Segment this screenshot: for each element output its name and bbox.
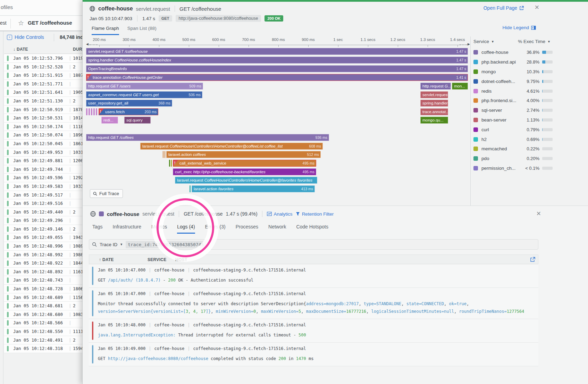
flame-span-sliver[interactable] [165,151,165,158]
flame-span[interactable]: http.request GET /users509 ms [86,83,203,90]
trace-list-row[interactable]: Jan 05 10:12:48.743| [4,276,82,285]
flame-span-sliver[interactable] [163,151,163,158]
trace-list-row[interactable]: Jan 05 10:12:49.146|2 [4,225,82,234]
tab-flame-graph[interactable]: Flame Graph [92,26,119,35]
trace-list-row[interactable]: Jan 05 10:12:49.296| [4,216,82,225]
trace-list-row[interactable]: Jan 05 10:12:50.919|1878 [4,106,82,114]
trace-list-row[interactable]: Jan 05 10:12:48.318|1594 [4,344,82,353]
tab-metrics[interactable]: Metrics [151,224,167,234]
flame-span[interactable]: mongo.qu... [420,117,448,124]
log-row[interactable]: Jan 05 10:10:47.000|coffee-house|coffeeh… [89,264,538,288]
trace-list-row[interactable]: Jan 05 10:12:48.550|1111 [4,327,82,336]
trace-list-row[interactable]: Jan 05 10:12:49.517| [4,191,82,200]
log-row[interactable]: Jan 05 10:10:47.000|coffee-house|coffeeh… [89,288,538,319]
legend-item[interactable]: sql-server2.74% [473,106,553,115]
trace-list-row[interactable]: Jan 05 10:12:49.953|1031 [4,148,82,157]
tab-tags[interactable]: Tags [92,224,103,234]
trace-list-row[interactable]: Jan 05 10:12:49.440|2 [4,208,82,217]
trace-list-row[interactable]: Jan 05 10:12:48.728|1806 [4,285,82,293]
legend-item[interactable]: pdo0.20% [473,154,553,164]
flame-span-sliver[interactable] [190,185,191,192]
flame-span[interactable]: user_repository.get_all368 ms [86,100,172,107]
legend-item[interactable]: memcached0.22% [473,144,553,154]
log-service-header[interactable]: SERVICE [148,257,167,262]
close-icon[interactable]: ✕ [535,4,539,11]
flame-span-sliver[interactable] [169,160,170,167]
open-in-logs-icon[interactable] [530,257,535,262]
tab-code-hotspots[interactable]: Code Hotspots [296,224,328,234]
flame-span[interactable]: mon... [452,83,468,90]
duration-column-header[interactable]: DURATION [73,47,82,52]
legend-item[interactable]: bean-server1.13% [473,115,553,125]
legend-item[interactable]: curl0.79% [473,125,553,134]
trace-list-row[interactable]: Jan 05 10:12:48.689|1156 [4,293,82,302]
flame-span[interactable]: spring.handler CoffeeHouse.coffeeHouseIn… [86,57,468,64]
trace-list-row[interactable]: Jan 05 10:12:51.915|1887 [4,71,82,80]
flame-span[interactable]: http.request GET /coffees936 ms [86,134,329,141]
legend-item[interactable]: permission_ch...< 0.1% [473,164,553,173]
log-host-header[interactable]: HOST [175,257,187,262]
collapse-controls-icon[interactable]: ‹ [7,35,12,40]
tab-errors-3[interactable]: Errors (3) [205,224,226,234]
trace-list-row[interactable]: Jan 05 10:12:49.055|1943 [4,233,82,242]
partial-tab-label[interactable]: est [0,20,7,26]
flame-span-sliver[interactable] [96,108,97,115]
trace-list-row[interactable]: Jan 05 10:12:50.531|1014 [4,114,82,123]
trace-list-row[interactable]: Jan 05 10:12:50.174|1118 [4,123,82,131]
flame-span[interactable]: laravel.action favorites413 ms [192,185,315,192]
flame-span[interactable]: OpenTracingBrewInfo1.47 s [86,65,468,72]
flame-span[interactable]: laravel.request CoffeeHouse\Controllers\… [140,143,323,150]
legend-item[interactable]: coffee-house36.8% [473,48,553,57]
legend-item[interactable]: redis4.61% [473,86,553,96]
trace-list-row[interactable]: Jan 05 10:12:48.996|1089 [4,242,82,251]
flame-span-sliver[interactable] [89,108,90,115]
log-row[interactable]: Jan 05 10:10:48.000|coffee-house|coffeeh… [89,319,538,343]
trace-list-row[interactable]: Jan 05 10:12:48.922|1844 [4,259,82,268]
trace-list-row[interactable]: Jan 05 10:12:49.881|1200 [4,157,82,165]
legend-item[interactable]: php.backend.api28.8% [473,57,553,67]
legend-item[interactable]: dotnet-coffeeh...9.75% [473,76,553,86]
trace-list-row[interactable]: Jan 05 10:12:48.680|1083 [4,310,82,319]
trace-list-row[interactable]: Jan 05 10:12:48.992|1980 [4,251,82,259]
trace-list-row[interactable]: Jan 05 10:12:53.796|1019 [4,54,82,63]
retention-filter-link[interactable]: Retention Filter [296,211,334,217]
trace-list-row[interactable]: Jan 05 10:12:49.744| [4,165,82,174]
legend-item[interactable]: mongo10.3% [473,67,553,77]
flame-span-sliver[interactable] [171,160,172,167]
flame-span[interactable]: !trace.annotation CoffeeHouse.getOrder1.… [86,74,468,81]
flame-span[interactable]: laravel.request CoffeeHouse\Controllers\… [175,177,317,184]
full-trace-button[interactable]: Full Trace [90,189,123,198]
hide-controls-link[interactable]: Hide Controls [15,34,44,40]
tab-network[interactable]: Network [268,224,286,234]
trace-list-row[interactable]: Jan 05 10:12:49.596|1292 [4,174,82,182]
legend-item[interactable]: h20.69% [473,134,553,144]
flame-span[interactable]: http.request G... [420,83,451,90]
log-row[interactable]: Jan 05 10:10:49.000|coffee-house|coffeeh… [89,343,538,366]
scroll-right-icon[interactable]: ▶ [468,42,470,46]
star-icon[interactable]: ☆ [18,19,24,27]
log-search-bar[interactable]: Trace ID ▼ trace_id:7476065326043850745 [89,239,538,250]
flame-span[interactable]: trace.annotat... [420,108,448,115]
flame-span[interactable]: aspnet_coremvc.request GET users.get506 … [86,91,202,98]
analytics-link[interactable]: Analytics [267,211,293,217]
tab-processes[interactable]: Processes [236,224,258,234]
flame-span[interactable]: sql.query [124,117,151,124]
flame-span[interactable]: laravel.action coffees512 ms [166,151,321,158]
tab-infrastructure[interactable]: Infrastructure [113,224,141,234]
legend-item[interactable]: php.frontend.si...4.00% [473,96,553,106]
legend-service-sort[interactable]: Service▼ [473,39,494,44]
trace-list-row[interactable]: Jan 05 10:12:50.074|1896 [4,131,82,140]
flame-span[interactable]: !users.fetch203 ms [99,108,158,115]
legend-exec-sort[interactable]: % Exec Time▼ [518,39,551,44]
trace-list-row[interactable]: Jan 05 10:12:51.641|1905 [4,88,82,97]
search-query-value[interactable]: trace_id:7476065326043850745 [126,241,206,248]
flame-span[interactable]: redi... [101,117,118,124]
flame-span[interactable]: curl_exec http://php-coffeehouse-backend… [173,168,316,175]
search-facet-select[interactable]: Trace ID ▼ [100,242,123,247]
flame-span[interactable]: !call_external_web_service495 ms [173,160,316,167]
flame-span[interactable]: servlet.request [420,91,448,98]
flame-span-sliver[interactable] [93,108,95,115]
trace-list-row[interactable]: Jan 05 10:12:51.130|2 [4,97,82,106]
log-date-header[interactable]: ↑ DATE [99,257,114,262]
tab-logs-4[interactable]: Logs (4) [177,224,195,234]
